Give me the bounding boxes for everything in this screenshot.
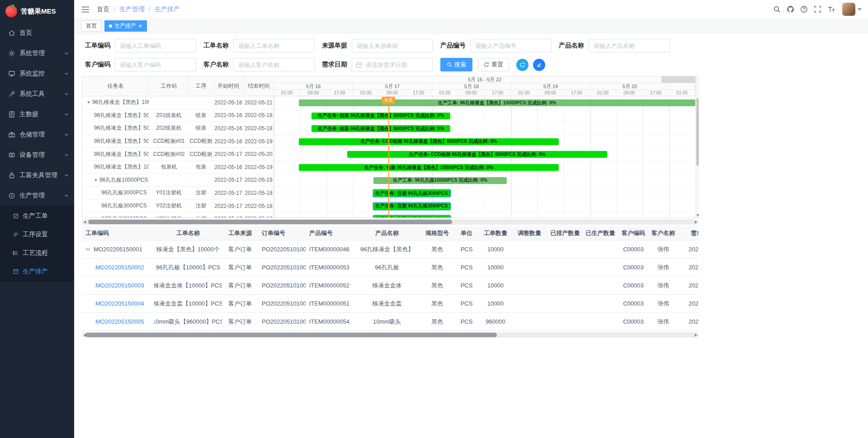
- order-column-demand: 需求日期: [678, 226, 698, 240]
- search-button[interactable]: 搜索: [440, 58, 472, 71]
- gantt-bar-label: 生产任务: 组装 96孔移液盒【黑色】5000PCS 完成比例: 0%: [318, 126, 444, 132]
- sidebar-item-system-mgmt[interactable]: 系统管理: [0, 43, 74, 63]
- order-cell-order-no: PO202205101001: [258, 295, 306, 312]
- work-order-row[interactable]: MO20220515000296孔孔板【10000】PCS客户订单PO20220…: [82, 259, 698, 277]
- arrow-left-icon[interactable]: [82, 332, 87, 338]
- collapse-triangle-icon[interactable]: ▼: [94, 178, 98, 182]
- sidebar-item-home[interactable]: 首页: [0, 23, 74, 43]
- source-doc-input[interactable]: [352, 39, 433, 52]
- order-column-spec: 规格型号: [421, 226, 453, 240]
- sidebar-item-warehouse-mgmt[interactable]: 仓储管理: [0, 124, 74, 145]
- question-icon[interactable]: [800, 5, 808, 13]
- demand-date-input[interactable]: [352, 58, 433, 71]
- menu-fold-icon[interactable]: [81, 6, 90, 13]
- gantt-hour-label: 01:00: [590, 90, 616, 96]
- gantt-bar-task[interactable]: 生产任务: 组装 96孔移液盒【黑色】5000PCS 完成比例: 0%: [311, 125, 450, 132]
- app-logo[interactable]: 苦糖果MES: [0, 0, 74, 23]
- table-horizontal-scrollbar[interactable]: [82, 332, 698, 338]
- gantt-bar-order[interactable]: 生产工单: 96孔孔板10000PCS 完成比例: 0%: [373, 177, 507, 184]
- work-order-code-link[interactable]: MO202205150002: [95, 264, 144, 271]
- gantt-range-header: 5月 16 - 5月 22: [274, 76, 695, 83]
- gantt-bar-task[interactable]: 生产任务: 注塑 96孔孔板3000PCS 完成比例: 0%: [373, 203, 450, 210]
- customer-code-input[interactable]: [115, 58, 196, 71]
- gantt-task-row[interactable]: 96孔移液盒【黑色】5000PCSCCD检测#01CCD检测2022-05-16…: [82, 135, 274, 148]
- sidebar-item-fixture-mgmt[interactable]: 工装夹具管理: [0, 165, 74, 185]
- order-cell-source: 客户订单: [222, 313, 258, 330]
- fontsize-icon[interactable]: [827, 5, 835, 13]
- gantt-task-process: 组装: [189, 109, 213, 122]
- wo-code-input[interactable]: [115, 39, 196, 52]
- sidebar-subitem-scheduling[interactable]: 生产排产: [0, 262, 74, 281]
- task-name-text: 96孔移液盒【黑色】5000PCS: [94, 112, 149, 119]
- breadcrumb-item[interactable]: 首页: [97, 5, 109, 14]
- gantt-task-row[interactable]: 96孔移液盒【黑色】5000PCSCCD检测#02CCD检测2022-05-17…: [82, 148, 274, 161]
- customer-name-input[interactable]: [233, 58, 315, 71]
- work-order-row[interactable]: MO202205150004移液盒盒盖【10000】PCS客户订单PO20220…: [82, 295, 698, 313]
- breadcrumb-item[interactable]: 生产管理: [119, 5, 145, 14]
- gantt-hscroll-thumb[interactable]: [88, 220, 452, 224]
- gantt-task-row[interactable]: ▼96孔孔板10000PCS2022-05-172022-05-19: [82, 174, 274, 187]
- search-icon[interactable]: [773, 5, 781, 13]
- gantt-vscroll-thumb[interactable]: [696, 98, 699, 166]
- gantt-vscroll-down-arrow[interactable]: [696, 214, 699, 217]
- collapse-triangle-icon[interactable]: ▼: [87, 100, 90, 104]
- gantt-bar-task[interactable]: 生产任务: 注塑 96孔孔板3000PCS 完成比例: 0%: [373, 216, 450, 217]
- gantt-task-end: 2022-05-19: [244, 161, 274, 174]
- sidebar-item-system-tools[interactable]: 系统工具: [0, 84, 74, 104]
- sidebar-subitem-work-order[interactable]: 生产工单: [0, 207, 74, 225]
- work-order-code-link[interactable]: MO202205150005: [95, 318, 144, 325]
- table-hscroll-thumb[interactable]: [85, 333, 497, 337]
- user-menu[interactable]: [842, 3, 862, 16]
- sidebar-item-label: 仓储管理: [19, 131, 45, 139]
- gantt-task-station: CCD检测#02: [149, 148, 189, 160]
- gantt-bar-task[interactable]: 生产任务: 组装 96孔移液盒【黑色】5000PCS 完成比例: 0%: [311, 113, 450, 119]
- edit-schedule-button[interactable]: [533, 59, 545, 71]
- arrow-left-icon[interactable]: [82, 219, 87, 225]
- gantt-task-name: 96孔孔板3000PCS: [82, 187, 149, 199]
- gantt-bar-task[interactable]: 生产任务: CCD检测 96孔移液盒【黑色】5000PCS 完成比例: 0%: [347, 151, 607, 158]
- product-name-input[interactable]: [589, 39, 670, 52]
- work-order-code-link[interactable]: MO202205150004: [95, 300, 144, 307]
- sidebar-item-master-data[interactable]: 主数据: [0, 104, 74, 124]
- gantt-bar-task[interactable]: 生产任务: CCD检测 96孔移液盒【黑色】5000PCS 完成比例: 0%: [299, 138, 559, 145]
- expand-row-icon[interactable]: [85, 248, 90, 251]
- gantt-vertical-scrollbar[interactable]: [695, 76, 699, 217]
- arrow-right-icon[interactable]: [693, 332, 698, 338]
- gantt-task-row[interactable]: 96孔移液盒【黑色】5000PCSZ01组装机组装2022-05-162022-…: [82, 109, 274, 122]
- order-cell-spec: 黑色: [421, 313, 453, 330]
- sidebar-item-production-mgmt[interactable]: 生产管理: [0, 185, 74, 206]
- sidebar-subitem-process-flow[interactable]: 工艺流程: [0, 244, 74, 262]
- order-cell-name: 移液盒盒体【10000】PCS: [154, 277, 222, 294]
- work-order-row[interactable]: MO202205150001移液盒【黑色】10000个客户订单PO2022051…: [82, 240, 698, 259]
- tab-home[interactable]: 首页: [81, 20, 101, 32]
- github-icon[interactable]: [787, 5, 794, 13]
- close-icon[interactable]: [138, 24, 142, 28]
- work-order-row[interactable]: MO20220515000510mm吸头【960000】PCS客户订单PO202…: [82, 313, 698, 331]
- gantt-task-row[interactable]: 96孔孔板3000PCSY01注塑机注塑2022-05-172022-05-18: [82, 187, 274, 200]
- gantt-task-row[interactable]: 96孔孔板3000PCSY02注塑机注塑2022-05-172022-05-18: [82, 200, 274, 213]
- work-order-code-link[interactable]: MO202205150003: [95, 282, 144, 289]
- gantt-bar-task[interactable]: 生产任务: 包装 96孔移液盒【黑色】10000PCS 完成比例: 0%: [299, 164, 559, 171]
- gantt-task-row[interactable]: ▼96孔移液盒【黑色】10000PCS2022-05-162022-05-21: [82, 96, 274, 109]
- gantt-task-start: 2022-05-17: [213, 174, 244, 187]
- sidebar-item-system-monitor[interactable]: 系统监控: [0, 63, 74, 84]
- gantt-task-row[interactable]: 96孔移液盒【黑色】10000PCS包装机包装2022-05-162022-05…: [82, 161, 274, 174]
- gantt-task-row[interactable]: 96孔孔板3000PCSY03注塑机注塑2022-05-172022-05-18: [82, 212, 274, 217]
- gantt-horizontal-scrollbar[interactable]: [82, 219, 698, 225]
- gantt-bar-order[interactable]: 生产工单: 96孔移液盒【黑色】10000PCS 完成比例: 0%: [299, 99, 695, 106]
- gantt-bar-task[interactable]: 生产任务: 注塑 96孔孔板3000PCS 完成比例: 0%: [373, 190, 450, 197]
- gantt-task-name: ▼96孔移液盒【黑色】10000PCS: [82, 96, 149, 109]
- wo-name-input[interactable]: [233, 39, 315, 52]
- arrow-right-icon[interactable]: [693, 219, 698, 225]
- reset-button[interactable]: 重置: [478, 58, 509, 71]
- tab-scheduling[interactable]: 生产排产: [104, 20, 147, 32]
- breadcrumb-separator: /: [149, 6, 151, 13]
- fullscreen-icon[interactable]: [814, 5, 821, 13]
- gantt-task-row[interactable]: 96孔移液盒【黑色】5000PCSZ02组装机组装2022-05-162022-…: [82, 122, 274, 135]
- product-no-input[interactable]: [470, 39, 552, 52]
- sidebar-subitem-process-settings[interactable]: 工序设置: [0, 225, 74, 244]
- refresh-schedule-button[interactable]: [516, 59, 528, 71]
- order-cell-order-no: PO202205101001: [258, 277, 306, 294]
- work-order-row[interactable]: MO202205150003移液盒盒体【10000】PCS客户订单PO20220…: [82, 277, 698, 295]
- sidebar-item-equipment-mgmt[interactable]: 设备管理: [0, 145, 74, 165]
